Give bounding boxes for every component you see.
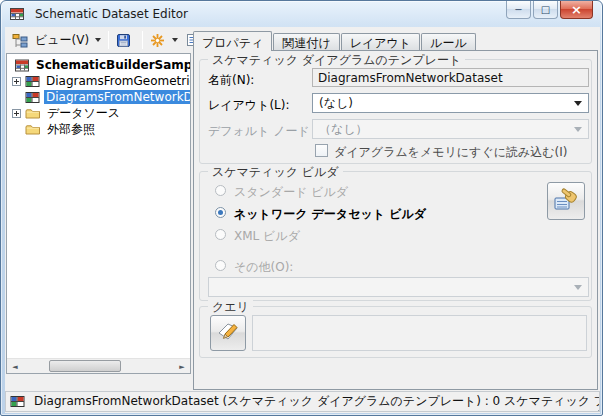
template-group-title: スケマティック ダイアグラムのテンプレート (208, 52, 465, 69)
update-diagrams-button[interactable] (146, 29, 182, 51)
client-area: ビュー(V) (5, 27, 600, 413)
load-in-memory-label: ダイアグラムをメモリにすぐに読み込む(I) (334, 144, 567, 161)
tree-item-label: 外部参照 (45, 121, 97, 138)
folder-icon (25, 123, 41, 136)
app-icon (9, 6, 25, 22)
schematic-dataset-editor-window: Schematic Dataset Editor − □ × ビュー(V) (0, 0, 603, 416)
builder-group: スケマティック ビルダ スタンダード ビルダ ネットワーク データセット ビルダ… (199, 171, 592, 301)
resize-grip[interactable] (594, 406, 596, 408)
tree-item-label-selected: DiagramsFromNetworkDataset (44, 90, 190, 104)
tab-strip: プロパティ 関連付け レイアウト ルール (193, 31, 477, 50)
caption-buttons: − □ × (504, 1, 593, 19)
tree-item-data-sources[interactable]: データソース (7, 105, 190, 121)
radio-xml-builder-label: XML ビルダ (234, 228, 300, 245)
template-group: スケマティック ダイアグラムのテンプレート 名前(N): DiagramsFro… (199, 59, 592, 164)
status-text: DiagramsFromNetworkDataset (スケマティック ダイアグ… (34, 393, 600, 410)
layout-value: (なし) (319, 95, 353, 112)
layout-label: レイアウト(L): (208, 97, 290, 114)
radio-other-builder (215, 260, 226, 271)
close-icon: × (571, 2, 582, 17)
query-group: クエリ (199, 306, 592, 358)
window-title: Schematic Dataset Editor (35, 7, 188, 21)
edit-query-button[interactable] (210, 315, 246, 351)
name-field[interactable]: DiagramsFromNetworkDataset (312, 68, 589, 87)
maximize-icon: □ (541, 4, 550, 15)
name-value: DiagramsFromNetworkDataset (318, 71, 503, 85)
chevron-down-icon (172, 38, 178, 42)
sparkle-icon (150, 33, 165, 48)
tab-properties[interactable]: プロパティ (193, 31, 272, 51)
other-builder-combobox (208, 277, 589, 297)
expand-plus-icon[interactable] (12, 109, 21, 118)
diagram-template-icon (25, 91, 40, 104)
edit-pencil-icon (215, 318, 241, 348)
default-node-class-combobox: （なし） (312, 119, 589, 139)
dataset-tree-panel: SchematicBuilderSamples DiagramsFromGeom… (6, 53, 191, 374)
radio-network-dataset-builder-label: ネットワーク データセット ビルダ (234, 206, 426, 223)
tab-associations[interactable]: 関連付け (273, 33, 339, 50)
tab-rules[interactable]: ルール (421, 33, 476, 50)
tree-rows: SchematicBuilderSamples DiagramsFromGeom… (7, 54, 190, 137)
tree-horizontal-scrollbar[interactable]: ◄ ► (7, 358, 190, 373)
save-icon (116, 33, 131, 48)
default-node-class-value: （なし） (319, 121, 368, 138)
tree-item-root[interactable]: SchematicBuilderSamples (7, 57, 190, 73)
tree-item-label: SchematicBuilderSamples (34, 58, 190, 72)
titlebar[interactable]: Schematic Dataset Editor − □ × (1, 1, 602, 27)
save-button[interactable] (112, 29, 139, 51)
radio-standard-builder-label: スタンダード ビルダ (234, 184, 348, 201)
layout-combobox[interactable]: (なし) (312, 93, 589, 113)
load-in-memory-checkbox[interactable] (315, 144, 328, 157)
tree-item-diagrams-from-geometric-network[interactable]: DiagramsFromGeometricNetwork (7, 73, 190, 89)
query-text-area (252, 315, 587, 351)
tree-item-label: DiagramsFromGeometricNetwork (44, 74, 190, 88)
toolbar-separator (142, 31, 143, 49)
scroll-left-icon[interactable]: ◄ (7, 359, 23, 374)
diagram-template-icon (25, 75, 40, 88)
minimize-icon: − (514, 4, 522, 15)
view-tree-icon (12, 33, 28, 48)
query-group-title: クエリ (208, 299, 253, 316)
tree-item-label: データソース (45, 105, 122, 122)
tree-item-diagrams-from-network-dataset[interactable]: DiagramsFromNetworkDataset (7, 89, 190, 105)
status-bar: DiagramsFromNetworkDataset (スケマティック ダイアグ… (5, 391, 600, 412)
view-menu-label: ビュー(V) (35, 32, 89, 49)
chevron-down-icon (574, 101, 582, 106)
scroll-right-icon[interactable]: ► (174, 359, 190, 374)
view-menu-button[interactable]: ビュー(V) (8, 29, 105, 51)
chevron-down-icon (95, 38, 101, 42)
tab-layout[interactable]: レイアウト (341, 33, 420, 50)
scrollbar-thumb[interactable] (49, 360, 121, 372)
diagram-template-icon (10, 395, 25, 408)
radio-network-dataset-builder[interactable] (215, 207, 226, 218)
expand-plus-icon[interactable] (12, 77, 21, 86)
builder-group-title: スケマティック ビルダ (208, 164, 343, 181)
radio-other-builder-label: その他(O): (234, 259, 293, 276)
folder-icon (25, 107, 41, 120)
radio-xml-builder (215, 229, 226, 240)
schematic-dataset-icon (14, 58, 30, 73)
tree-item-external-references[interactable]: 外部参照 (7, 121, 190, 137)
radio-standard-builder (215, 185, 226, 196)
hand-properties-icon (552, 185, 580, 217)
chevron-down-icon (574, 285, 582, 290)
chevron-down-icon (574, 127, 582, 132)
maximize-button[interactable]: □ (533, 1, 558, 19)
name-label: 名前(N): (208, 72, 254, 89)
minimize-button[interactable]: − (506, 1, 531, 19)
builder-properties-button[interactable] (547, 182, 585, 220)
close-button[interactable]: × (560, 1, 593, 19)
toolbar-separator (108, 31, 109, 49)
